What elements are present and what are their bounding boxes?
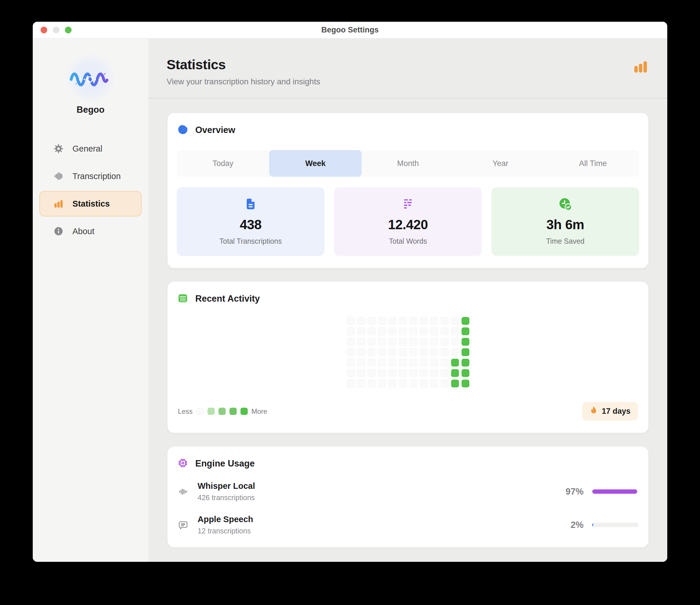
engine-percent: 2% <box>571 520 583 530</box>
heatmap-cell <box>420 338 428 346</box>
heatmap-cell <box>389 338 396 346</box>
tab-month[interactable]: Month <box>361 150 454 177</box>
heatmap-cell <box>357 380 365 387</box>
heatmap-cell <box>451 380 459 387</box>
heatmap-cell <box>399 380 407 387</box>
sidebar-item-statistics[interactable]: Statistics <box>40 191 142 217</box>
heatmap-cell <box>461 359 469 367</box>
heatmap-cell <box>409 369 417 377</box>
heatmap-cell <box>420 369 428 377</box>
sidebar-item-about[interactable]: About <box>40 219 142 244</box>
tab-week[interactable]: Week <box>269 150 361 177</box>
zoom-window-button[interactable] <box>65 27 72 33</box>
recent-activity-card: Recent Activity Less More <box>168 282 648 433</box>
calendar-icon <box>177 293 188 305</box>
legend-square <box>207 408 215 415</box>
heatmap-cell <box>461 380 469 387</box>
heatmap-cell <box>389 327 396 335</box>
heatmap-cell <box>420 327 428 335</box>
window-title: Begoo Settings <box>321 25 379 34</box>
stat-label: Total Words <box>337 237 479 246</box>
tab-all-time[interactable]: All Time <box>547 150 639 177</box>
heatmap-cell <box>347 369 355 377</box>
heatmap-cell <box>420 359 428 367</box>
engine-row-apple-speech: Apple Speech 12 transcriptions 2% <box>177 514 639 535</box>
heatmap-cell <box>378 348 386 356</box>
heatmap-cell <box>368 380 375 387</box>
speech-bubble-icon <box>177 520 189 530</box>
stat-time-saved: 3h 6m Time Saved <box>492 187 639 256</box>
heatmap-cell <box>461 338 469 346</box>
heatmap-cell <box>357 369 365 377</box>
tab-year[interactable]: Year <box>454 150 547 177</box>
heatmap-cell <box>357 317 365 325</box>
heatmap-cell <box>451 359 459 367</box>
stat-value: 12.420 <box>337 217 479 232</box>
legend-scale <box>196 408 248 415</box>
chip-icon <box>177 457 188 470</box>
legend-less-label: Less <box>178 407 193 415</box>
close-window-button[interactable] <box>41 27 47 33</box>
time-range-tabs: Today Week Month Year All Time <box>177 150 639 177</box>
activity-heatmap <box>347 317 469 387</box>
sidebar-item-general[interactable]: General <box>40 136 142 161</box>
heatmap-cell <box>347 348 355 356</box>
settings-window: Begoo Settings <box>33 22 667 562</box>
text-lines-icon <box>337 197 479 211</box>
heatmap-cell <box>420 348 428 356</box>
heatmap-cell <box>461 327 469 335</box>
engine-subtitle: 12 transcriptions <box>198 527 571 535</box>
legend-square <box>241 408 248 415</box>
heatmap-cell <box>441 359 449 367</box>
stat-value: 438 <box>180 217 322 232</box>
waveform-logo-icon <box>69 66 112 91</box>
engine-usage-card: Engine Usage <box>168 447 648 547</box>
engine-name: Apple Speech <box>198 514 571 524</box>
heatmap-cell <box>399 359 407 367</box>
heatmap-cell <box>430 380 438 387</box>
heatmap-cell <box>389 348 396 356</box>
heatmap-cell <box>430 327 438 335</box>
clock-check-icon <box>494 197 636 211</box>
heatmap-cell <box>389 317 396 325</box>
heatmap-cell <box>347 327 355 335</box>
legend-square <box>219 408 226 415</box>
pie-chart-icon <box>177 124 188 136</box>
heatmap-cell <box>399 338 407 346</box>
heatmap-cell <box>451 348 459 356</box>
heatmap-cell <box>451 327 459 335</box>
statistics-bars-icon <box>633 60 648 75</box>
sidebar-item-transcription[interactable]: Transcription <box>40 163 142 189</box>
heatmap-cell <box>430 348 438 356</box>
heatmap-cell <box>357 338 365 346</box>
bar-chart-icon <box>53 199 64 209</box>
heatmap-cell <box>461 348 469 356</box>
heatmap-cell <box>378 380 386 387</box>
heatmap-cell <box>461 317 469 325</box>
heatmap-cell <box>430 338 438 346</box>
engine-progress-bar <box>592 523 639 527</box>
heatmap-cell <box>409 348 417 356</box>
engine-percent: 97% <box>566 486 583 497</box>
traffic-lights <box>41 27 72 33</box>
sidebar-item-label: Transcription <box>72 172 121 181</box>
heatmap-cell <box>430 317 438 325</box>
waveform-icon <box>53 171 64 181</box>
heatmap-legend: Less More <box>178 407 267 415</box>
minimize-window-button[interactable] <box>53 27 59 33</box>
heatmap-cell <box>441 327 449 335</box>
heatmap-cell <box>378 338 386 346</box>
heatmap-cell <box>451 338 459 346</box>
sidebar-item-label: About <box>72 227 95 236</box>
tab-today[interactable]: Today <box>177 150 269 177</box>
heatmap-cell <box>409 359 417 367</box>
streak-label: 17 days <box>602 407 630 416</box>
app-name: Begoo <box>33 105 148 115</box>
heatmap-cell <box>441 338 449 346</box>
streak-badge: 17 days <box>582 402 638 421</box>
engine-progress-bar <box>592 489 639 494</box>
heatmap-cell <box>430 369 438 377</box>
heatmap-cell <box>409 327 417 335</box>
heatmap-cell <box>441 348 449 356</box>
page-subtitle: View your transcription history and insi… <box>167 77 320 86</box>
